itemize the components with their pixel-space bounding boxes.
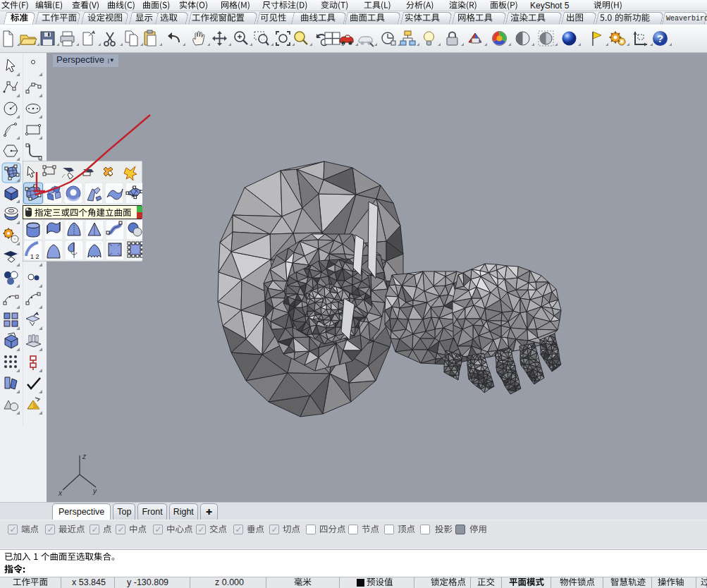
svg-text:z: z bbox=[82, 453, 86, 460]
svg-text:x: x bbox=[58, 489, 63, 497]
svg-text:y: y bbox=[92, 487, 97, 495]
svg-text:?: ? bbox=[657, 32, 663, 44]
svg-text:1 2: 1 2 bbox=[30, 253, 39, 260]
